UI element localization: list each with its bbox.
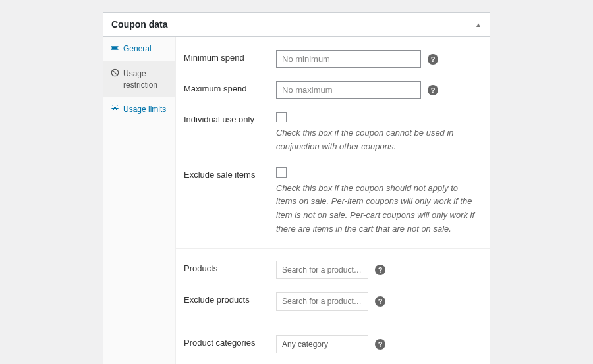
row-min-spend: Minimum spend ? (176, 43, 490, 74)
label-exclude-products: Exclude products (184, 292, 276, 305)
sidebar-item-usage-limits[interactable]: Usage limits (103, 97, 175, 122)
limits-icon (110, 104, 119, 113)
sidebar-item-general[interactable]: General (103, 37, 175, 62)
exclude-sale-checkbox[interactable] (276, 167, 287, 178)
panel-title: Coupon data (111, 19, 168, 30)
divider (176, 248, 490, 249)
help-icon[interactable]: ? (375, 265, 385, 275)
help-icon[interactable]: ? (375, 296, 385, 307)
ticket-icon (110, 43, 119, 53)
sidebar: General Usage restriction Usage limits (103, 37, 176, 364)
categories-select[interactable]: Any category (276, 335, 368, 353)
svg-line-1 (112, 70, 117, 75)
individual-use-checkbox[interactable] (276, 112, 287, 122)
row-products: Products ? (176, 254, 490, 286)
row-exclude-sale: Exclude sale items Check this box if the… (176, 161, 490, 243)
label-exclude-sale: Exclude sale items (184, 167, 276, 180)
help-icon[interactable]: ? (375, 339, 385, 350)
row-exclude-categories: Exclude categories No categories ? (176, 360, 490, 364)
sidebar-item-usage-restriction[interactable]: Usage restriction (103, 62, 175, 98)
products-input[interactable] (276, 261, 368, 279)
label-categories: Product categories (184, 335, 276, 348)
row-categories: Product categories Any category ? (176, 328, 490, 360)
label-max-spend: Maximum spend (184, 81, 276, 93)
collapse-icon[interactable]: ▲ (475, 21, 482, 28)
min-spend-input[interactable] (276, 50, 421, 68)
ban-icon (110, 68, 119, 77)
panel-body: General Usage restriction Usage limits M… (103, 37, 490, 364)
exclude-products-input[interactable] (276, 292, 368, 311)
label-min-spend: Minimum spend (184, 50, 276, 63)
divider (176, 323, 490, 323)
max-spend-input[interactable] (276, 81, 421, 99)
row-max-spend: Maximum spend ? (176, 74, 490, 105)
label-individual-use: Individual use only (184, 112, 276, 124)
help-icon[interactable]: ? (428, 54, 438, 65)
exclude-sale-description: Check this box if the coupon should not … (276, 182, 476, 236)
panel-header: Coupon data ▲ (103, 13, 490, 37)
help-icon[interactable]: ? (428, 85, 438, 95)
row-individual-use: Individual use only Check this box if th… (176, 105, 490, 161)
form-content: Minimum spend ? Maximum spend ? (176, 37, 490, 364)
sidebar-label: General (123, 43, 152, 55)
sidebar-label: Usage limits (123, 104, 166, 115)
coupon-data-panel: Coupon data ▲ General Usage restriction (103, 12, 490, 364)
sidebar-label: Usage restriction (123, 68, 169, 91)
individual-use-description: Check this box if the coupon cannot be u… (276, 126, 476, 154)
label-products: Products (184, 261, 276, 273)
row-exclude-products: Exclude products ? (176, 286, 490, 317)
